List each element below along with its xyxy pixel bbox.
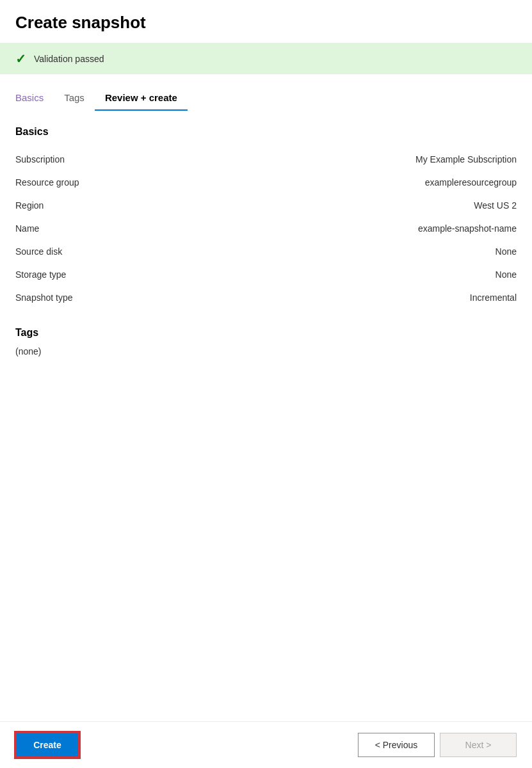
tab-review-create[interactable]: Review + create (95, 87, 188, 111)
table-row: Source disk None (15, 240, 517, 263)
value-storage-type: None (266, 263, 517, 286)
value-region: West US 2 (266, 194, 517, 217)
validation-text: Validation passed (34, 54, 104, 64)
next-button: Next > (440, 733, 517, 757)
table-row: Subscription My Example Subscription (15, 148, 517, 171)
value-subscription: My Example Subscription (266, 148, 517, 171)
tab-tags[interactable]: Tags (54, 87, 95, 111)
page-container: Create snapshot ✓ Validation passed Basi… (0, 0, 532, 768)
table-row: Storage type None (15, 263, 517, 286)
label-resource-group: Resource group (15, 171, 266, 194)
tab-basics[interactable]: Basics (15, 87, 54, 111)
validation-banner: ✓ Validation passed (0, 44, 532, 74)
basics-section-heading: Basics (15, 126, 517, 138)
value-resource-group: exampleresourcegroup (266, 171, 517, 194)
page-title: Create snapshot (15, 13, 517, 33)
label-subscription: Subscription (15, 148, 266, 171)
label-name: Name (15, 217, 266, 240)
create-button[interactable]: Create (15, 732, 79, 758)
basics-review-table: Subscription My Example Subscription Res… (15, 148, 517, 309)
tags-value: (none) (15, 346, 41, 356)
label-region: Region (15, 194, 266, 217)
table-row: Resource group exampleresourcegroup (15, 171, 517, 194)
value-name: example-snapshot-name (266, 217, 517, 240)
tabs-container: Basics Tags Review + create (0, 74, 532, 111)
previous-button[interactable]: < Previous (358, 733, 435, 757)
label-snapshot-type: Snapshot type (15, 286, 266, 309)
validation-check-icon: ✓ (15, 52, 26, 65)
page-header: Create snapshot (0, 0, 532, 44)
tags-section-heading: Tags (15, 327, 517, 339)
value-source-disk: None (266, 240, 517, 263)
value-snapshot-type: Incremental (266, 286, 517, 309)
table-row: Snapshot type Incremental (15, 286, 517, 309)
footer-area: Create < Previous Next > (0, 721, 532, 768)
table-row: Name example-snapshot-name (15, 217, 517, 240)
label-storage-type: Storage type (15, 263, 266, 286)
tags-section: Tags (none) (15, 327, 517, 356)
table-row: Region West US 2 (15, 194, 517, 217)
content-area: Basics Subscription My Example Subscript… (0, 111, 532, 768)
label-source-disk: Source disk (15, 240, 266, 263)
